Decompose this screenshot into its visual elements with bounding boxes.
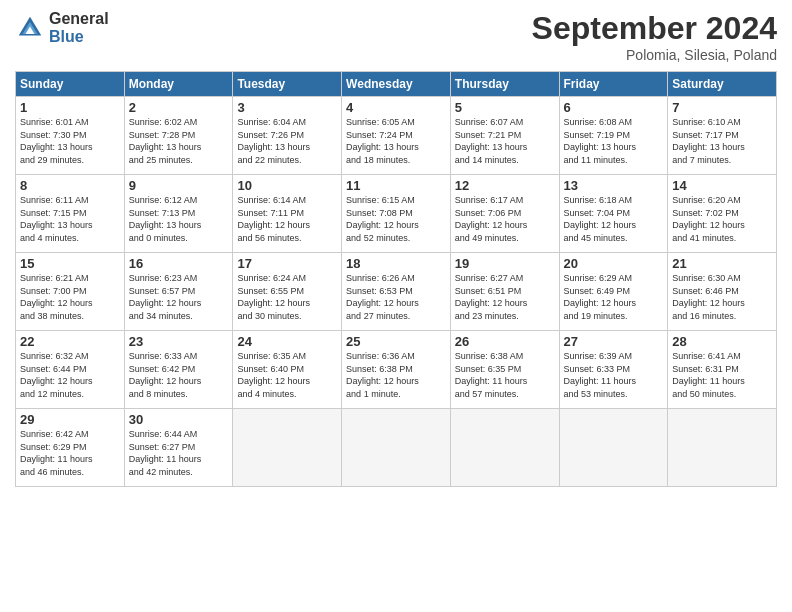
day-cell: 16Sunrise: 6:23 AM Sunset: 6:57 PM Dayli… (124, 253, 233, 331)
day-info: Sunrise: 6:26 AM Sunset: 6:53 PM Dayligh… (346, 272, 446, 322)
day-number: 29 (20, 412, 120, 427)
day-cell: 20Sunrise: 6:29 AM Sunset: 6:49 PM Dayli… (559, 253, 668, 331)
day-info: Sunrise: 6:12 AM Sunset: 7:13 PM Dayligh… (129, 194, 229, 244)
weekday-header-row: SundayMondayTuesdayWednesdayThursdayFrid… (16, 72, 777, 97)
day-cell: 23Sunrise: 6:33 AM Sunset: 6:42 PM Dayli… (124, 331, 233, 409)
day-info: Sunrise: 6:14 AM Sunset: 7:11 PM Dayligh… (237, 194, 337, 244)
day-cell: 2Sunrise: 6:02 AM Sunset: 7:28 PM Daylig… (124, 97, 233, 175)
weekday-header-sunday: Sunday (16, 72, 125, 97)
day-cell: 1Sunrise: 6:01 AM Sunset: 7:30 PM Daylig… (16, 97, 125, 175)
day-info: Sunrise: 6:38 AM Sunset: 6:35 PM Dayligh… (455, 350, 555, 400)
week-row-4: 29Sunrise: 6:42 AM Sunset: 6:29 PM Dayli… (16, 409, 777, 487)
header: General Blue September 2024 Polomia, Sil… (15, 10, 777, 63)
weekday-header-thursday: Thursday (450, 72, 559, 97)
day-cell: 29Sunrise: 6:42 AM Sunset: 6:29 PM Dayli… (16, 409, 125, 487)
day-info: Sunrise: 6:36 AM Sunset: 6:38 PM Dayligh… (346, 350, 446, 400)
weekday-header-friday: Friday (559, 72, 668, 97)
day-number: 3 (237, 100, 337, 115)
week-row-1: 8Sunrise: 6:11 AM Sunset: 7:15 PM Daylig… (16, 175, 777, 253)
day-number: 19 (455, 256, 555, 271)
day-cell: 10Sunrise: 6:14 AM Sunset: 7:11 PM Dayli… (233, 175, 342, 253)
day-info: Sunrise: 6:44 AM Sunset: 6:27 PM Dayligh… (129, 428, 229, 478)
day-cell: 22Sunrise: 6:32 AM Sunset: 6:44 PM Dayli… (16, 331, 125, 409)
day-number: 20 (564, 256, 664, 271)
day-cell: 30Sunrise: 6:44 AM Sunset: 6:27 PM Dayli… (124, 409, 233, 487)
day-info: Sunrise: 6:30 AM Sunset: 6:46 PM Dayligh… (672, 272, 772, 322)
logo-text: General Blue (49, 10, 109, 45)
day-info: Sunrise: 6:27 AM Sunset: 6:51 PM Dayligh… (455, 272, 555, 322)
day-cell: 24Sunrise: 6:35 AM Sunset: 6:40 PM Dayli… (233, 331, 342, 409)
day-number: 12 (455, 178, 555, 193)
month-title: September 2024 (532, 10, 777, 47)
day-cell (450, 409, 559, 487)
weekday-header-tuesday: Tuesday (233, 72, 342, 97)
day-number: 4 (346, 100, 446, 115)
day-cell: 26Sunrise: 6:38 AM Sunset: 6:35 PM Dayli… (450, 331, 559, 409)
day-info: Sunrise: 6:33 AM Sunset: 6:42 PM Dayligh… (129, 350, 229, 400)
day-cell: 27Sunrise: 6:39 AM Sunset: 6:33 PM Dayli… (559, 331, 668, 409)
day-info: Sunrise: 6:24 AM Sunset: 6:55 PM Dayligh… (237, 272, 337, 322)
day-info: Sunrise: 6:04 AM Sunset: 7:26 PM Dayligh… (237, 116, 337, 166)
day-cell (342, 409, 451, 487)
day-cell: 11Sunrise: 6:15 AM Sunset: 7:08 PM Dayli… (342, 175, 451, 253)
day-number: 17 (237, 256, 337, 271)
day-number: 22 (20, 334, 120, 349)
week-row-2: 15Sunrise: 6:21 AM Sunset: 7:00 PM Dayli… (16, 253, 777, 331)
day-info: Sunrise: 6:29 AM Sunset: 6:49 PM Dayligh… (564, 272, 664, 322)
day-number: 15 (20, 256, 120, 271)
day-number: 30 (129, 412, 229, 427)
day-cell: 25Sunrise: 6:36 AM Sunset: 6:38 PM Dayli… (342, 331, 451, 409)
day-info: Sunrise: 6:39 AM Sunset: 6:33 PM Dayligh… (564, 350, 664, 400)
day-cell: 14Sunrise: 6:20 AM Sunset: 7:02 PM Dayli… (668, 175, 777, 253)
day-cell: 17Sunrise: 6:24 AM Sunset: 6:55 PM Dayli… (233, 253, 342, 331)
day-number: 2 (129, 100, 229, 115)
day-number: 5 (455, 100, 555, 115)
day-number: 11 (346, 178, 446, 193)
day-cell: 5Sunrise: 6:07 AM Sunset: 7:21 PM Daylig… (450, 97, 559, 175)
day-number: 13 (564, 178, 664, 193)
day-number: 23 (129, 334, 229, 349)
day-cell: 15Sunrise: 6:21 AM Sunset: 7:00 PM Dayli… (16, 253, 125, 331)
logo: General Blue (15, 10, 109, 45)
day-number: 28 (672, 334, 772, 349)
logo-general: General (49, 10, 109, 28)
day-info: Sunrise: 6:05 AM Sunset: 7:24 PM Dayligh… (346, 116, 446, 166)
day-number: 18 (346, 256, 446, 271)
day-info: Sunrise: 6:02 AM Sunset: 7:28 PM Dayligh… (129, 116, 229, 166)
day-info: Sunrise: 6:35 AM Sunset: 6:40 PM Dayligh… (237, 350, 337, 400)
day-number: 14 (672, 178, 772, 193)
logo-blue: Blue (49, 28, 109, 46)
location: Polomia, Silesia, Poland (532, 47, 777, 63)
day-number: 16 (129, 256, 229, 271)
day-cell: 8Sunrise: 6:11 AM Sunset: 7:15 PM Daylig… (16, 175, 125, 253)
day-number: 26 (455, 334, 555, 349)
logo-icon (15, 13, 45, 43)
day-cell: 13Sunrise: 6:18 AM Sunset: 7:04 PM Dayli… (559, 175, 668, 253)
day-cell: 4Sunrise: 6:05 AM Sunset: 7:24 PM Daylig… (342, 97, 451, 175)
day-info: Sunrise: 6:07 AM Sunset: 7:21 PM Dayligh… (455, 116, 555, 166)
day-info: Sunrise: 6:10 AM Sunset: 7:17 PM Dayligh… (672, 116, 772, 166)
day-cell: 28Sunrise: 6:41 AM Sunset: 6:31 PM Dayli… (668, 331, 777, 409)
day-cell: 9Sunrise: 6:12 AM Sunset: 7:13 PM Daylig… (124, 175, 233, 253)
day-cell (668, 409, 777, 487)
day-info: Sunrise: 6:01 AM Sunset: 7:30 PM Dayligh… (20, 116, 120, 166)
day-number: 1 (20, 100, 120, 115)
day-info: Sunrise: 6:18 AM Sunset: 7:04 PM Dayligh… (564, 194, 664, 244)
weekday-header-wednesday: Wednesday (342, 72, 451, 97)
day-info: Sunrise: 6:42 AM Sunset: 6:29 PM Dayligh… (20, 428, 120, 478)
weekday-header-saturday: Saturday (668, 72, 777, 97)
day-info: Sunrise: 6:41 AM Sunset: 6:31 PM Dayligh… (672, 350, 772, 400)
day-number: 24 (237, 334, 337, 349)
day-info: Sunrise: 6:15 AM Sunset: 7:08 PM Dayligh… (346, 194, 446, 244)
calendar-page: General Blue September 2024 Polomia, Sil… (0, 0, 792, 612)
day-info: Sunrise: 6:32 AM Sunset: 6:44 PM Dayligh… (20, 350, 120, 400)
day-number: 7 (672, 100, 772, 115)
day-number: 27 (564, 334, 664, 349)
day-info: Sunrise: 6:23 AM Sunset: 6:57 PM Dayligh… (129, 272, 229, 322)
day-cell (559, 409, 668, 487)
day-number: 8 (20, 178, 120, 193)
day-cell: 7Sunrise: 6:10 AM Sunset: 7:17 PM Daylig… (668, 97, 777, 175)
day-cell: 19Sunrise: 6:27 AM Sunset: 6:51 PM Dayli… (450, 253, 559, 331)
day-number: 25 (346, 334, 446, 349)
week-row-0: 1Sunrise: 6:01 AM Sunset: 7:30 PM Daylig… (16, 97, 777, 175)
